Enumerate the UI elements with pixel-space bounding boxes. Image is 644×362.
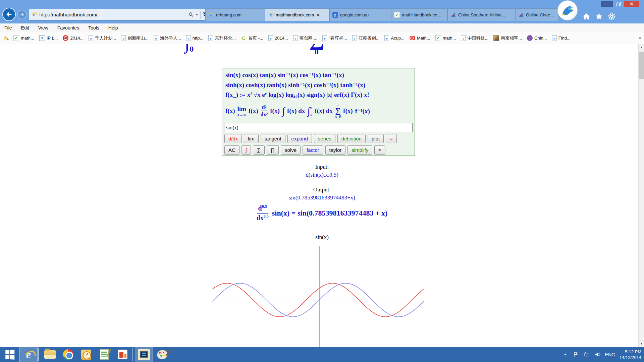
volume-icon[interactable] bbox=[594, 351, 601, 358]
favorite-item-2[interactable]: iPIP L... bbox=[39, 35, 58, 41]
scroll-down-arrow[interactable]: ▼ bbox=[639, 341, 644, 347]
favorite-item-20[interactable]: eFind... bbox=[552, 35, 571, 41]
favorites-overflow-chevron[interactable]: » bbox=[639, 35, 641, 40]
math-button-lim[interactable]: lim bbox=[244, 134, 258, 143]
favorite-item-7[interactable]: ehttp... bbox=[186, 35, 204, 41]
browser-tab-6[interactable]: Online Check-in bbox=[515, 8, 559, 21]
menu-favourites[interactable]: Favourites bbox=[57, 25, 79, 31]
ie-page-icon: e bbox=[121, 35, 126, 41]
favorite-item-11[interactable]: e英创网 ... bbox=[293, 35, 317, 41]
trig-functions-line: sin(x) cos(x) tan(x) sin⁻¹(x) cos⁻¹(x) t… bbox=[225, 71, 344, 79]
browser-tab-3[interactable]: ggoogle.com.au bbox=[329, 8, 391, 21]
math-input-panel: sin(x) cos(x) tan(x) sin⁻¹(x) cos⁻¹(x) t… bbox=[222, 68, 415, 156]
taskbar-presentation[interactable] bbox=[113, 347, 131, 362]
search-icon[interactable] bbox=[187, 10, 195, 19]
menu-file[interactable]: File bbox=[4, 25, 12, 31]
ie-page-icon: e bbox=[293, 35, 298, 41]
browser-tab-4[interactable]: ✓mathHandbook.com -... bbox=[391, 8, 447, 21]
math-button-[interactable]: ∫ bbox=[241, 145, 251, 155]
math-button-[interactable]: ∑ bbox=[253, 145, 265, 155]
windows-logo-icon bbox=[5, 350, 14, 360]
url-text[interactable]: http://mathhandbook.com/ bbox=[39, 12, 187, 17]
math-button-definition[interactable]: definition bbox=[337, 134, 366, 143]
math-button-series[interactable]: series bbox=[314, 134, 335, 143]
language-indicator[interactable]: ENG bbox=[605, 352, 615, 357]
settings-button[interactable] bbox=[607, 12, 616, 21]
menu-edit[interactable]: Edit bbox=[21, 25, 29, 31]
plot-title: sin(x) bbox=[0, 234, 644, 241]
google-icon: g bbox=[332, 12, 338, 18]
china-southern-icon bbox=[518, 12, 524, 18]
browser-tab-1[interactable]: edrhuang.com bbox=[205, 8, 265, 21]
favorite-item-12[interactable]: e"春晖杯... bbox=[322, 35, 347, 41]
network-icon[interactable] bbox=[584, 351, 590, 358]
tab-bar: edrhuang.comemathhandbook.com×ggoogle.co… bbox=[205, 8, 559, 21]
menu-bar: FileEditViewFavouritesToolsHelp bbox=[0, 23, 644, 32]
ie-icon: e bbox=[208, 12, 214, 18]
expression-input[interactable] bbox=[224, 123, 413, 132]
tray-chevron-up-icon[interactable] bbox=[562, 351, 569, 358]
math-button-solve[interactable]: solve bbox=[281, 145, 301, 155]
clock[interactable]: 5:12 PM 14/12/2014 bbox=[620, 349, 641, 360]
scroll-up-arrow[interactable]: ▲ bbox=[639, 45, 644, 50]
misc-functions-line: f(x_) := x² √x eˣ log(x) log₁₀(x) sign(x… bbox=[225, 91, 369, 99]
favorite-item-6[interactable]: e海外学人... bbox=[154, 35, 181, 41]
vertical-scrollbar[interactable]: ▲ ▼ bbox=[638, 44, 644, 347]
taskbar-chrome[interactable] bbox=[59, 347, 77, 362]
favorite-item-5[interactable]: e创新南山... bbox=[121, 35, 149, 41]
math-button-simplify[interactable]: simplify bbox=[347, 145, 372, 155]
taskbar-internet-explorer[interactable]: e bbox=[19, 347, 38, 362]
taskbar-start[interactable] bbox=[0, 347, 19, 362]
favorite-item-17[interactable]: e中国科技... bbox=[461, 35, 488, 41]
math-button-factor[interactable]: factor bbox=[303, 145, 323, 155]
taskbar-outlook[interactable] bbox=[77, 347, 95, 362]
favorite-item-8[interactable]: e东升杯全... bbox=[208, 35, 236, 41]
math-button-[interactable]: ≈ bbox=[374, 145, 385, 155]
menu-help[interactable]: Help bbox=[108, 25, 118, 31]
math-button-ac[interactable]: AC bbox=[224, 145, 239, 155]
menu-tools[interactable]: Tools bbox=[88, 25, 99, 31]
tab-close-icon[interactable]: × bbox=[317, 12, 320, 18]
math-button-[interactable]: = bbox=[386, 134, 397, 143]
math-button-plot[interactable]: plot bbox=[368, 134, 384, 143]
left-arrow-icon bbox=[5, 11, 13, 18]
favorites-bar: ★ ✓math...iPIP L...2014...e千人计划...e创新南山.… bbox=[0, 32, 644, 44]
math-button-tangent[interactable]: tangent bbox=[261, 134, 285, 143]
close-button[interactable]: × bbox=[624, 1, 639, 7]
browser-tab-5[interactable]: China Southern Airline... bbox=[447, 8, 515, 21]
math-button-taylor[interactable]: taylor bbox=[325, 145, 346, 155]
browser-tab-2[interactable]: emathhandbook.com× bbox=[265, 8, 329, 21]
favorite-item-3[interactable]: 2014... bbox=[63, 35, 84, 41]
favorite-item-15[interactable]: Math... bbox=[410, 36, 430, 41]
address-bar[interactable]: e http://mathhandbook.com/ ▾ ↻ bbox=[29, 9, 211, 20]
restore-button[interactable] bbox=[614, 1, 623, 7]
time: 5:12 PM bbox=[625, 349, 641, 354]
favorite-item-10[interactable]: e2014... bbox=[268, 35, 288, 41]
taskbar-notes[interactable] bbox=[95, 347, 113, 362]
minimize-button[interactable] bbox=[601, 1, 613, 7]
favorite-item-4[interactable]: e千人计划... bbox=[89, 35, 116, 41]
ie-page-icon: e bbox=[89, 35, 93, 41]
math-button-[interactable]: ∏ bbox=[267, 145, 279, 155]
favorite-item-19[interactable]: Chin... bbox=[527, 35, 547, 41]
taskbar-file-explorer[interactable] bbox=[41, 347, 59, 362]
favorite-item-16[interactable]: ✓math... bbox=[435, 35, 456, 41]
forward-button[interactable] bbox=[17, 10, 27, 19]
favorites-bar-star-icon[interactable]: ★ bbox=[3, 35, 8, 41]
menu-view[interactable]: View bbox=[38, 25, 48, 31]
favorite-item-18[interactable]: 南京领军... bbox=[493, 35, 522, 41]
back-button[interactable] bbox=[2, 8, 16, 21]
favorite-item-13[interactable]: e江苏省创... bbox=[352, 35, 380, 41]
favorite-item-14[interactable]: eAcup... bbox=[384, 35, 404, 41]
favorite-item-1[interactable]: ✓math... bbox=[13, 35, 34, 41]
search-dropdown-caret[interactable]: ▾ bbox=[195, 10, 199, 19]
favorites-button[interactable] bbox=[594, 12, 604, 21]
action-center-flag-icon[interactable] bbox=[573, 351, 579, 358]
home-button[interactable] bbox=[582, 12, 591, 21]
scroll-thumb[interactable] bbox=[639, 52, 644, 79]
taskbar-display-switch[interactable] bbox=[135, 347, 153, 362]
taskbar-paint[interactable] bbox=[153, 347, 171, 362]
favorite-item-9[interactable]: C首页 -... bbox=[241, 35, 263, 41]
math-button-ddx[interactable]: d/dx bbox=[224, 134, 242, 143]
math-button-expand[interactable]: expand bbox=[287, 134, 312, 143]
